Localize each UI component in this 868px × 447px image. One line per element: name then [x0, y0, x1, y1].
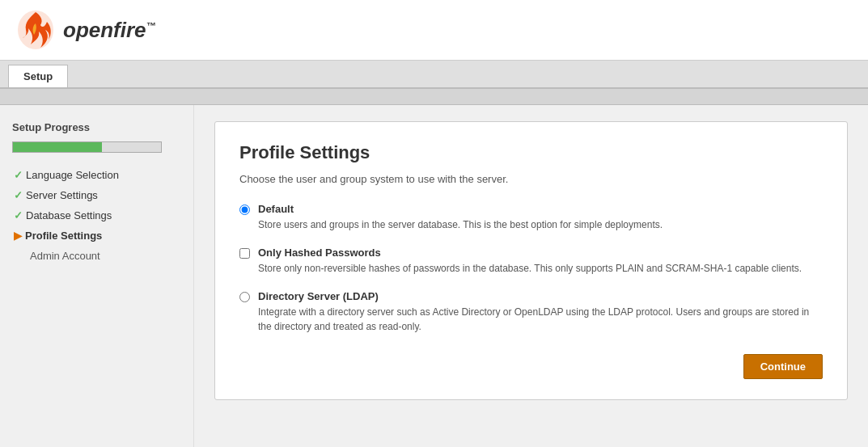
option-row-ldap: Directory Server (LDAP) Integrate with a… — [239, 290, 823, 334]
sidebar-item-database-settings[interactable]: ✓ Database Settings — [12, 205, 181, 226]
sidebar-label-profile: Profile Settings — [25, 230, 102, 242]
sidebar-item-language-selection[interactable]: ✓ Language Selection — [12, 165, 181, 185]
tab-setup[interactable]: Setup — [8, 65, 68, 87]
subbar — [0, 89, 868, 105]
tabbar: Setup — [0, 61, 868, 89]
option-row-default: Default Store users and groups in the se… — [239, 203, 823, 232]
sidebar-title: Setup Progress — [12, 121, 181, 133]
sidebar-label-admin: Admin Account — [30, 250, 100, 262]
check-icon-database: ✓ — [14, 209, 23, 221]
continue-button[interactable]: Continue — [743, 354, 823, 379]
arrow-icon-profile: ▶ — [14, 230, 22, 242]
header: openfire™ — [0, 0, 868, 61]
sidebar-item-admin-account[interactable]: Admin Account — [12, 246, 181, 266]
option-text-hashed: Only Hashed Passwords Store only non-rev… — [258, 247, 802, 276]
option-desc-hashed: Store only non-reversible hashes of pass… — [258, 261, 802, 276]
content-card: Profile Settings Choose the user and gro… — [214, 121, 848, 400]
sidebar: Setup Progress ✓ Language Selection ✓ Se… — [0, 105, 194, 447]
option-label-hashed[interactable]: Only Hashed Passwords — [258, 247, 381, 259]
progress-bar-fill — [13, 142, 102, 152]
sidebar-item-server-settings[interactable]: ✓ Server Settings — [12, 185, 181, 205]
option-label-ldap[interactable]: Directory Server (LDAP) — [258, 290, 379, 302]
button-row: Continue — [239, 354, 823, 379]
content-area: Profile Settings Choose the user and gro… — [194, 105, 868, 447]
progress-bar-container — [12, 141, 162, 153]
logo-container: openfire™ — [16, 9, 156, 51]
check-icon-language: ✓ — [14, 169, 23, 181]
radio-ldap[interactable] — [239, 292, 250, 302]
radio-default[interactable] — [239, 205, 250, 215]
sidebar-label-server: Server Settings — [26, 189, 98, 201]
page-title: Profile Settings — [239, 142, 823, 163]
option-group: Default Store users and groups in the se… — [239, 203, 823, 334]
sidebar-label-language: Language Selection — [26, 169, 119, 181]
main-layout: Setup Progress ✓ Language Selection ✓ Se… — [0, 105, 868, 447]
check-icon-server: ✓ — [14, 189, 23, 201]
option-row-hashed: Only Hashed Passwords Store only non-rev… — [239, 247, 823, 276]
option-desc-ldap: Integrate with a directory server such a… — [258, 305, 823, 334]
openfire-logo-icon — [16, 9, 55, 51]
option-text-ldap: Directory Server (LDAP) Integrate with a… — [258, 290, 823, 334]
option-desc-default: Store users and groups in the server dat… — [258, 217, 663, 232]
option-text-default: Default Store users and groups in the se… — [258, 203, 663, 232]
sidebar-label-database: Database Settings — [26, 209, 112, 221]
checkbox-hashed[interactable] — [239, 248, 250, 259]
option-label-default[interactable]: Default — [258, 203, 294, 215]
logo-text: openfire™ — [63, 18, 156, 43]
page-subtitle: Choose the user and group system to use … — [239, 173, 823, 185]
sidebar-item-profile-settings[interactable]: ▶ Profile Settings — [12, 226, 181, 246]
